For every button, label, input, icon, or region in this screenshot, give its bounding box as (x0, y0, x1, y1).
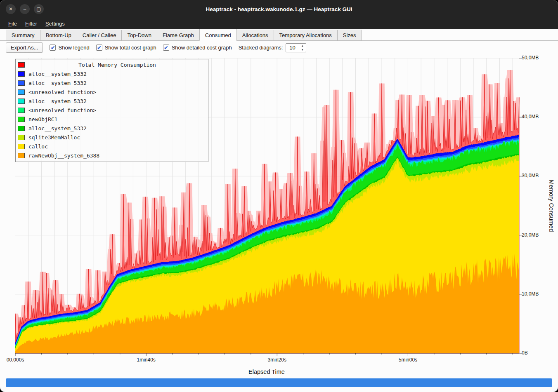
checkbox-show-legend[interactable]: ✔Show legend (50, 45, 89, 51)
tab-flame-graph[interactable]: Flame Graph (157, 30, 200, 41)
tab-caller-callee[interactable]: Caller / Callee (77, 30, 122, 41)
checkbox-show-detailed-cost-graph[interactable]: ✔Show detailed cost graph (163, 45, 232, 51)
spinner-up-icon[interactable]: ▲ (299, 44, 306, 48)
stacked-diagrams-group: Stacked diagrams: 10 ▲ ▼ (239, 43, 306, 52)
checkbox-label: Show detailed cost graph (172, 45, 232, 51)
legend-label: <unresolved function> (28, 107, 96, 113)
window-controls: ✕–▢ (6, 4, 44, 14)
y-tick-label: 10,0MB (522, 291, 539, 297)
window-title: Heaptrack - heaptrack.wakunode.1.gz — He… (206, 6, 352, 12)
legend-swatch (18, 99, 25, 104)
legend-label: Total Memory Consumption (28, 62, 206, 68)
y-axis-title: Memory Consumed (548, 180, 555, 232)
page: { "window": { "title": "Heaptrack - heap… (0, 0, 558, 392)
spinner-buttons: ▲ ▼ (299, 44, 306, 52)
y-tick-label: 30,0MB (522, 173, 539, 178)
legend-label: rawNewObj__system_6388 (28, 153, 99, 159)
tab-bottom-up[interactable]: Bottom-Up (40, 30, 77, 41)
y-tick-label: 0B (522, 350, 528, 356)
minimize-button[interactable]: – (20, 4, 30, 14)
spinner-down-icon[interactable]: ▼ (299, 48, 306, 52)
checkbox-box-icon[interactable]: ✔ (50, 45, 56, 51)
legend-label: alloc__system_5332 (28, 98, 87, 104)
checkbox-label: Show total cost graph (105, 45, 156, 51)
y-tick-label: 40,0MB (522, 114, 539, 120)
legend-item: alloc__system_5332 (18, 124, 206, 133)
checkbox-show-total-cost-graph[interactable]: ✔Show total cost graph (96, 45, 156, 51)
legend-item: sqlite3MemMalloc (18, 133, 206, 142)
memory-consumption-chart: Total Memory Consumptionalloc__system_53… (0, 54, 558, 376)
close-icon: ✕ (9, 6, 13, 12)
legend-item: alloc__system_5332 (18, 96, 206, 106)
legend-swatch (18, 117, 25, 122)
legend-swatch (18, 153, 25, 158)
checkbox-box-icon[interactable]: ✔ (163, 45, 169, 51)
maximize-icon: ▢ (36, 6, 41, 12)
legend-item: <unresolved function> (18, 87, 206, 96)
legend-item: calloc (18, 142, 206, 151)
legend-swatch (18, 71, 25, 77)
legend-item: alloc__system_5332 (18, 69, 206, 78)
maximize-button[interactable]: ▢ (34, 4, 44, 14)
checkbox-box-icon[interactable]: ✔ (96, 45, 102, 51)
legend-label: <unresolved function> (28, 89, 96, 95)
x-tick-label: 1min40s (137, 357, 155, 363)
menubar: FileFilterSettings (0, 18, 558, 29)
legend-swatch (18, 80, 25, 86)
x-tick-label: 3min20s (268, 357, 286, 363)
stacked-diagrams-spinbox[interactable]: 10 ▲ ▼ (286, 43, 306, 52)
legend-swatch (18, 62, 25, 68)
legend-label: alloc__system_5332 (28, 80, 87, 86)
toolbar: Export As... ✔Show legend✔Show total cos… (0, 41, 558, 54)
legend-label: alloc__system_5332 (28, 71, 87, 77)
stacked-diagrams-label: Stacked diagrams: (239, 45, 283, 51)
legend-swatch (18, 108, 25, 113)
legend-swatch (18, 144, 25, 149)
legend-swatch (18, 135, 25, 140)
menu-file[interactable]: File (4, 19, 21, 28)
chart-horizontal-scrollbar[interactable] (6, 378, 552, 387)
tab-consumed[interactable]: Consumed (199, 29, 237, 41)
x-axis-title: Elapsed Time (248, 369, 285, 375)
checkbox-group: ✔Show legend✔Show total cost graph✔Show … (50, 45, 232, 51)
stacked-diagrams-value[interactable]: 10 (286, 44, 298, 52)
app-window: ✕–▢ Heaptrack - heaptrack.wakunode.1.gz … (0, 0, 558, 392)
legend-item: newObjRC1 (18, 115, 206, 124)
x-tick-label: 00.000s (7, 357, 24, 363)
y-tick-label: 20,0MB (522, 232, 539, 238)
tab-temporary-allocations[interactable]: Temporary Allocations (274, 30, 338, 41)
chart-legend: Total Memory Consumptionalloc__system_53… (15, 59, 208, 162)
close-button[interactable]: ✕ (6, 4, 16, 14)
legend-title-row: Total Memory Consumption (18, 60, 206, 69)
legend-label: sqlite3MemMalloc (28, 134, 80, 141)
y-tick-label: 50,0MB (522, 55, 539, 61)
tab-top-down[interactable]: Top-Down (121, 30, 157, 41)
legend-label: calloc (28, 143, 48, 150)
tab-summary[interactable]: Summary (6, 30, 40, 41)
checkbox-label: Show legend (58, 45, 89, 51)
y-axis-title-wrap: Memory Consumed (548, 58, 555, 353)
legend-label: newObjRC1 (28, 116, 57, 122)
minimize-icon: – (24, 6, 26, 12)
titlebar: ✕–▢ Heaptrack - heaptrack.wakunode.1.gz … (0, 0, 558, 18)
export-as-button[interactable]: Export As... (6, 42, 43, 53)
x-tick-label: 5min00s (399, 357, 417, 363)
legend-swatch (18, 126, 25, 131)
tab-bar: SummaryBottom-UpCaller / CalleeTop-DownF… (0, 29, 558, 41)
legend-swatch (18, 89, 25, 95)
legend-item: <unresolved function> (18, 106, 206, 115)
tab-allocations[interactable]: Allocations (236, 30, 274, 41)
legend-item: alloc__system_5332 (18, 78, 206, 87)
tab-sizes[interactable]: Sizes (337, 30, 362, 41)
menu-settings[interactable]: Settings (41, 19, 69, 28)
menu-filter[interactable]: Filter (21, 19, 41, 28)
legend-label: alloc__system_5332 (28, 125, 87, 131)
legend-item: rawNewObj__system_6388 (18, 151, 206, 160)
